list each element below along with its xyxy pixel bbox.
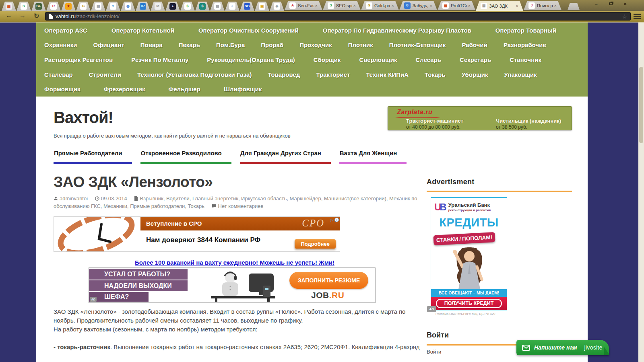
tab-close-icon[interactable]: × — [315, 3, 318, 8]
pinned-tab[interactable]: ◓ — [225, 2, 239, 11]
zarplata-logo[interactable]: Zarplata.ru — [397, 109, 432, 116]
tab-close-icon[interactable]: × — [516, 4, 518, 8]
menu-item[interactable]: Упаковщик — [504, 71, 537, 78]
pinned-tab[interactable]: $ — [195, 2, 210, 11]
pinned-tab[interactable]: G — [76, 2, 91, 11]
adchoices-icon[interactable]: ▷ — [330, 218, 333, 222]
menu-item[interactable]: Пекарь — [179, 41, 200, 48]
menu-item[interactable]: Разнорабочие — [504, 41, 546, 48]
get-credit-button[interactable]: ПОЛУЧИТЬ КРЕДИТ — [436, 299, 502, 308]
pinned-tab[interactable]: R — [46, 2, 61, 11]
back-button[interactable]: ← — [6, 12, 12, 19]
sro-ad-banner[interactable]: Вступление в СРО СРО Нам доверяют 3844 К… — [54, 216, 340, 252]
zarplata-job-1[interactable]: Тракторист-машинист от 40 000 до 80 000 … — [406, 118, 463, 130]
pinned-tab[interactable]: ♥ — [106, 2, 120, 11]
nav-tab-4[interactable]: Вахта Для Женщин — [339, 148, 407, 164]
vacancies-promo-link[interactable]: Более 100 вакансий на вахту ежедневно! М… — [54, 259, 416, 266]
menu-item[interactable]: Технолог (Установка Подготовки Газа) — [137, 71, 252, 78]
menu-item[interactable]: Станочник — [510, 56, 541, 63]
menu-item[interactable]: Оператор Очистных Сооружений — [198, 27, 299, 34]
ad-info-icon[interactable]: i — [334, 218, 339, 222]
new-tab-button[interactable] — [568, 3, 580, 10]
menu-item[interactable]: Охранники — [44, 41, 77, 48]
nav-tab-1[interactable]: Прямые Работодатели — [54, 148, 132, 164]
pinned-tab[interactable]: SF — [31, 2, 46, 11]
menu-item[interactable]: Официант — [93, 41, 124, 48]
menu-item[interactable]: Сталевар — [44, 71, 73, 78]
bank-ad[interactable]: UB Уральский Банк реконструкции и развит… — [431, 197, 507, 311]
menu-item[interactable]: Секретарь — [460, 56, 491, 63]
nav-tab-2[interactable]: Откровенное Разводилово — [140, 148, 231, 164]
menu-item[interactable]: Слесарь — [416, 56, 442, 63]
tab-close-icon[interactable]: × — [554, 3, 557, 8]
menu-item[interactable]: Оператор По Гидравлическому Разрыву Плас… — [323, 27, 471, 34]
scrollbar-thumb[interactable] — [639, 67, 643, 143]
bookmark-star-icon[interactable]: ☆ — [622, 13, 627, 20]
menu-item[interactable]: Прораб — [261, 41, 283, 48]
login-link[interactable]: Войти — [427, 349, 441, 355]
pinned-tab[interactable]: ▣ — [255, 2, 269, 11]
sro-details-button[interactable]: Подробнее — [295, 239, 336, 249]
menu-item[interactable]: Сборщик — [314, 56, 341, 63]
minimize-button[interactable]: – — [592, 1, 601, 6]
menu-item[interactable]: Плотник — [348, 41, 373, 48]
tab-close-icon[interactable]: × — [353, 3, 356, 8]
browser-tab[interactable]: GGold-pro× — [361, 1, 399, 10]
pinned-tab[interactable]: ★ — [61, 2, 76, 11]
tab-close-icon[interactable]: × — [468, 3, 471, 8]
browser-tab[interactable]: 8Забудь, т× — [399, 1, 437, 10]
pinned-tab[interactable]: ▤ — [210, 2, 225, 11]
zarplata-job-2[interactable]: Чистильщик (наждачник) от 38 500 руб. — [496, 118, 561, 130]
browser-tab[interactable]: JПоиск р× — [524, 1, 561, 10]
close-button[interactable]: × — [621, 1, 630, 6]
pinned-tab[interactable]: ◍ — [121, 2, 135, 11]
menu-item[interactable]: Оператор Котельной — [111, 27, 174, 34]
site-title[interactable]: Вахтой! — [54, 109, 113, 127]
menu-item[interactable]: Пом.Бура — [216, 41, 245, 48]
nav-tab-3[interactable]: Для Граждан Других Стран — [240, 148, 331, 164]
pinned-tab[interactable]: IP — [136, 2, 150, 11]
author-segment[interactable]: adminvahtoi — [54, 195, 88, 202]
browser-tab[interactable]: ASeo-Fast.× — [285, 1, 322, 10]
pinned-tab[interactable]: ▲ — [165, 2, 180, 11]
browser-tab[interactable]: SSEO sprin× — [323, 1, 361, 10]
restore-button[interactable] — [606, 1, 615, 6]
browser-tab[interactable]: ▅ProfiTCe× — [438, 1, 475, 10]
pinned-tab[interactable]: $ — [180, 2, 195, 11]
zarplata-ad[interactable]: Zarplata.ru Тракторист-машинист от 40 00… — [388, 106, 572, 130]
tab-close-icon[interactable]: × — [392, 3, 394, 8]
menu-item[interactable]: Фрезеровщик — [104, 86, 145, 93]
forward-button[interactable]: → — [19, 12, 26, 19]
menu-item[interactable]: Формовщик — [44, 86, 80, 93]
pinned-tab[interactable]: ▅ — [2, 2, 16, 11]
comments-segment[interactable]: Нет комментариев — [212, 203, 264, 209]
menu-item[interactable]: Проходчик — [299, 41, 332, 48]
jobru-ad-banner[interactable]: УСТАЛ ОТ РАБОТЫ? НАДОЕЛИ ВЫХОДКИ ШЕФА? З… — [89, 267, 376, 303]
menu-item[interactable]: Шлифовщик — [224, 86, 262, 93]
menu-item[interactable]: Оператор Товарный — [495, 27, 556, 34]
menu-item[interactable]: Фельдшер — [168, 86, 200, 93]
menu-item[interactable]: Строители — [89, 71, 121, 78]
chat-widget[interactable]: Напишите нам jivosite — [516, 340, 609, 355]
menu-item[interactable]: Повара — [140, 41, 163, 48]
pinned-tab[interactable]: ◆ — [270, 2, 284, 11]
browser-menu-icon[interactable] — [634, 14, 641, 19]
menu-item[interactable]: Растворщик Реагентов — [44, 56, 113, 63]
menu-item[interactable]: Сверловщик — [359, 56, 397, 63]
pinned-tab[interactable]: M — [151, 2, 165, 11]
reload-button[interactable]: ↻ — [34, 12, 39, 20]
menu-item[interactable]: Руководитель(Охрана Труда) — [207, 56, 295, 63]
menu-item[interactable]: Уборщик — [462, 71, 488, 78]
page-scrollbar[interactable] — [638, 23, 644, 362]
menu-item[interactable]: Резчик По Металлу — [131, 56, 188, 63]
menu-item[interactable]: Плотник-Бетонщик — [389, 41, 446, 48]
pinned-tab[interactable]: S — [17, 2, 31, 11]
address-bar[interactable]: vahtoi.ru/zao-zdk-lenzoloto/ ☆ — [45, 12, 631, 21]
menu-item[interactable]: Токарь — [425, 71, 446, 78]
menu-item[interactable]: Тракторист — [316, 71, 350, 78]
menu-item[interactable]: Товаровед — [268, 71, 300, 78]
pinned-tab[interactable]: ▤ — [91, 2, 105, 11]
menu-item[interactable]: Рабочий — [462, 41, 487, 48]
browser-tab-active[interactable]: ▤ЗАО ЗДК× — [476, 1, 523, 11]
fill-resume-button[interactable]: ЗАПОЛНИТЬ РЕЗЮМЕ — [289, 272, 368, 289]
